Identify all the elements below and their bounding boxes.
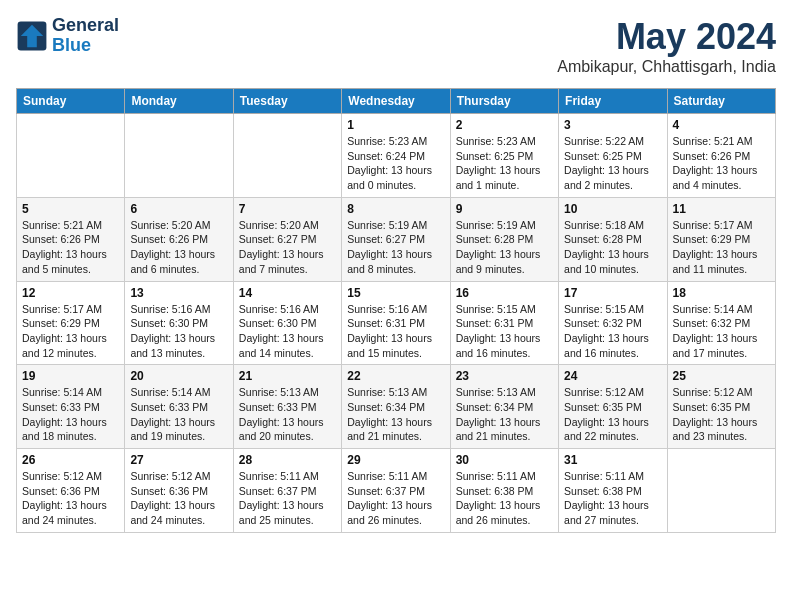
calendar-cell: 28Sunrise: 5:11 AMSunset: 6:37 PMDayligh…	[233, 449, 341, 533]
day-number: 15	[347, 286, 444, 300]
day-info: Sunrise: 5:16 AMSunset: 6:30 PMDaylight:…	[130, 302, 227, 361]
calendar-cell	[17, 114, 125, 198]
location-title: Ambikapur, Chhattisgarh, India	[557, 58, 776, 76]
calendar-cell: 9Sunrise: 5:19 AMSunset: 6:28 PMDaylight…	[450, 197, 558, 281]
calendar-cell	[125, 114, 233, 198]
calendar-cell: 13Sunrise: 5:16 AMSunset: 6:30 PMDayligh…	[125, 281, 233, 365]
calendar-cell: 10Sunrise: 5:18 AMSunset: 6:28 PMDayligh…	[559, 197, 667, 281]
calendar-cell: 17Sunrise: 5:15 AMSunset: 6:32 PMDayligh…	[559, 281, 667, 365]
calendar-cell: 5Sunrise: 5:21 AMSunset: 6:26 PMDaylight…	[17, 197, 125, 281]
logo: General Blue	[16, 16, 119, 56]
calendar-cell: 2Sunrise: 5:23 AMSunset: 6:25 PMDaylight…	[450, 114, 558, 198]
day-info: Sunrise: 5:19 AMSunset: 6:28 PMDaylight:…	[456, 218, 553, 277]
day-number: 2	[456, 118, 553, 132]
calendar-cell: 24Sunrise: 5:12 AMSunset: 6:35 PMDayligh…	[559, 365, 667, 449]
day-number: 21	[239, 369, 336, 383]
day-number: 11	[673, 202, 770, 216]
calendar-week-5: 26Sunrise: 5:12 AMSunset: 6:36 PMDayligh…	[17, 449, 776, 533]
day-info: Sunrise: 5:14 AMSunset: 6:32 PMDaylight:…	[673, 302, 770, 361]
day-number: 23	[456, 369, 553, 383]
day-number: 12	[22, 286, 119, 300]
day-info: Sunrise: 5:20 AMSunset: 6:26 PMDaylight:…	[130, 218, 227, 277]
day-number: 7	[239, 202, 336, 216]
day-number: 9	[456, 202, 553, 216]
day-number: 30	[456, 453, 553, 467]
calendar-cell	[233, 114, 341, 198]
day-number: 20	[130, 369, 227, 383]
calendar-week-2: 5Sunrise: 5:21 AMSunset: 6:26 PMDaylight…	[17, 197, 776, 281]
calendar-cell: 1Sunrise: 5:23 AMSunset: 6:24 PMDaylight…	[342, 114, 450, 198]
calendar-cell: 4Sunrise: 5:21 AMSunset: 6:26 PMDaylight…	[667, 114, 775, 198]
calendar-cell: 19Sunrise: 5:14 AMSunset: 6:33 PMDayligh…	[17, 365, 125, 449]
day-number: 25	[673, 369, 770, 383]
calendar-cell: 15Sunrise: 5:16 AMSunset: 6:31 PMDayligh…	[342, 281, 450, 365]
day-number: 22	[347, 369, 444, 383]
day-info: Sunrise: 5:13 AMSunset: 6:34 PMDaylight:…	[456, 385, 553, 444]
day-info: Sunrise: 5:12 AMSunset: 6:36 PMDaylight:…	[130, 469, 227, 528]
day-info: Sunrise: 5:12 AMSunset: 6:35 PMDaylight:…	[673, 385, 770, 444]
day-number: 16	[456, 286, 553, 300]
day-info: Sunrise: 5:11 AMSunset: 6:37 PMDaylight:…	[239, 469, 336, 528]
day-info: Sunrise: 5:14 AMSunset: 6:33 PMDaylight:…	[22, 385, 119, 444]
weekday-header-monday: Monday	[125, 89, 233, 114]
calendar-cell: 25Sunrise: 5:12 AMSunset: 6:35 PMDayligh…	[667, 365, 775, 449]
day-number: 14	[239, 286, 336, 300]
calendar-cell: 29Sunrise: 5:11 AMSunset: 6:37 PMDayligh…	[342, 449, 450, 533]
logo-icon	[16, 20, 48, 52]
logo-text: General Blue	[52, 16, 119, 56]
day-info: Sunrise: 5:18 AMSunset: 6:28 PMDaylight:…	[564, 218, 661, 277]
weekday-header-thursday: Thursday	[450, 89, 558, 114]
weekday-header-sunday: Sunday	[17, 89, 125, 114]
day-info: Sunrise: 5:15 AMSunset: 6:31 PMDaylight:…	[456, 302, 553, 361]
calendar-cell: 12Sunrise: 5:17 AMSunset: 6:29 PMDayligh…	[17, 281, 125, 365]
calendar-cell: 26Sunrise: 5:12 AMSunset: 6:36 PMDayligh…	[17, 449, 125, 533]
day-number: 29	[347, 453, 444, 467]
calendar-cell: 21Sunrise: 5:13 AMSunset: 6:33 PMDayligh…	[233, 365, 341, 449]
calendar-week-1: 1Sunrise: 5:23 AMSunset: 6:24 PMDaylight…	[17, 114, 776, 198]
weekday-header-row: SundayMondayTuesdayWednesdayThursdayFrid…	[17, 89, 776, 114]
calendar-cell	[667, 449, 775, 533]
day-info: Sunrise: 5:22 AMSunset: 6:25 PMDaylight:…	[564, 134, 661, 193]
day-info: Sunrise: 5:19 AMSunset: 6:27 PMDaylight:…	[347, 218, 444, 277]
day-info: Sunrise: 5:12 AMSunset: 6:35 PMDaylight:…	[564, 385, 661, 444]
calendar-cell: 31Sunrise: 5:11 AMSunset: 6:38 PMDayligh…	[559, 449, 667, 533]
day-info: Sunrise: 5:11 AMSunset: 6:38 PMDaylight:…	[564, 469, 661, 528]
calendar-cell: 18Sunrise: 5:14 AMSunset: 6:32 PMDayligh…	[667, 281, 775, 365]
weekday-header-tuesday: Tuesday	[233, 89, 341, 114]
day-info: Sunrise: 5:13 AMSunset: 6:33 PMDaylight:…	[239, 385, 336, 444]
day-info: Sunrise: 5:16 AMSunset: 6:30 PMDaylight:…	[239, 302, 336, 361]
calendar-cell: 27Sunrise: 5:12 AMSunset: 6:36 PMDayligh…	[125, 449, 233, 533]
day-info: Sunrise: 5:14 AMSunset: 6:33 PMDaylight:…	[130, 385, 227, 444]
calendar-table: SundayMondayTuesdayWednesdayThursdayFrid…	[16, 88, 776, 533]
calendar-cell: 20Sunrise: 5:14 AMSunset: 6:33 PMDayligh…	[125, 365, 233, 449]
title-block: May 2024 Ambikapur, Chhattisgarh, India	[557, 16, 776, 76]
calendar-cell: 22Sunrise: 5:13 AMSunset: 6:34 PMDayligh…	[342, 365, 450, 449]
day-info: Sunrise: 5:23 AMSunset: 6:25 PMDaylight:…	[456, 134, 553, 193]
day-number: 10	[564, 202, 661, 216]
day-info: Sunrise: 5:21 AMSunset: 6:26 PMDaylight:…	[22, 218, 119, 277]
day-info: Sunrise: 5:20 AMSunset: 6:27 PMDaylight:…	[239, 218, 336, 277]
day-number: 1	[347, 118, 444, 132]
day-number: 4	[673, 118, 770, 132]
calendar-cell: 14Sunrise: 5:16 AMSunset: 6:30 PMDayligh…	[233, 281, 341, 365]
calendar-cell: 3Sunrise: 5:22 AMSunset: 6:25 PMDaylight…	[559, 114, 667, 198]
weekday-header-wednesday: Wednesday	[342, 89, 450, 114]
calendar-cell: 23Sunrise: 5:13 AMSunset: 6:34 PMDayligh…	[450, 365, 558, 449]
calendar-cell: 7Sunrise: 5:20 AMSunset: 6:27 PMDaylight…	[233, 197, 341, 281]
day-number: 24	[564, 369, 661, 383]
day-number: 28	[239, 453, 336, 467]
day-number: 3	[564, 118, 661, 132]
calendar-cell: 11Sunrise: 5:17 AMSunset: 6:29 PMDayligh…	[667, 197, 775, 281]
day-info: Sunrise: 5:15 AMSunset: 6:32 PMDaylight:…	[564, 302, 661, 361]
day-number: 18	[673, 286, 770, 300]
day-number: 13	[130, 286, 227, 300]
day-info: Sunrise: 5:21 AMSunset: 6:26 PMDaylight:…	[673, 134, 770, 193]
weekday-header-saturday: Saturday	[667, 89, 775, 114]
page-header: General Blue May 2024 Ambikapur, Chhatti…	[16, 16, 776, 76]
calendar-cell: 16Sunrise: 5:15 AMSunset: 6:31 PMDayligh…	[450, 281, 558, 365]
day-info: Sunrise: 5:16 AMSunset: 6:31 PMDaylight:…	[347, 302, 444, 361]
day-info: Sunrise: 5:23 AMSunset: 6:24 PMDaylight:…	[347, 134, 444, 193]
day-number: 8	[347, 202, 444, 216]
month-title: May 2024	[557, 16, 776, 58]
day-number: 27	[130, 453, 227, 467]
